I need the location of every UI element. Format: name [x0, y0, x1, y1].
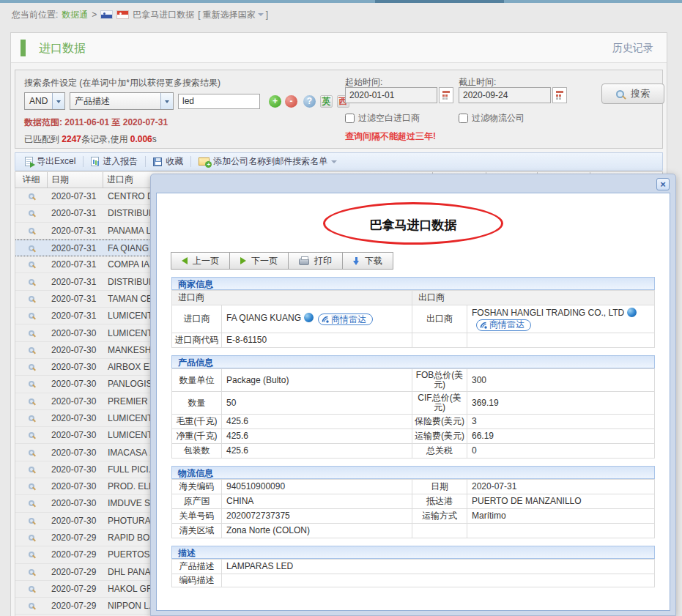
print-button[interactable]: 打印: [288, 252, 343, 270]
row-detail-cell[interactable]: [15, 552, 48, 557]
row-date-cell: 2020-07-29: [48, 549, 103, 560]
business-radar-link[interactable]: 商情雷达: [476, 319, 531, 331]
magnifier-icon[interactable]: [29, 518, 34, 524]
row-date-cell: 2020-07-30: [48, 430, 103, 440]
row-detail-cell[interactable]: [15, 569, 48, 575]
add-condition-icon[interactable]: +: [269, 95, 281, 108]
row-detail-cell[interactable]: [15, 193, 48, 199]
matched-result-line: 已匹配到 2247条记录,使用 0.006s: [24, 133, 157, 146]
field-label: CIF总价(美元): [412, 392, 467, 415]
row-detail-cell[interactable]: [15, 228, 48, 234]
filter-logistics-checkbox[interactable]: 过滤物流公司: [459, 112, 525, 125]
business-radar-link[interactable]: 商情雷达: [318, 313, 373, 325]
magnifier-icon[interactable]: [29, 210, 34, 216]
magnifier-icon[interactable]: [29, 313, 34, 319]
help-icon[interactable]: ?: [303, 95, 316, 108]
magnifier-icon[interactable]: [29, 415, 34, 421]
magnifier-icon[interactable]: [29, 450, 34, 456]
row-detail-cell[interactable]: [15, 347, 48, 353]
enter-report-button[interactable]: 进入报告: [88, 155, 141, 168]
chevron-down-icon: [160, 93, 173, 109]
end-date-input[interactable]: [459, 87, 551, 103]
magnifier-icon[interactable]: [29, 467, 34, 472]
row-detail-cell[interactable]: [15, 381, 48, 387]
favorite-button[interactable]: 收藏: [150, 155, 186, 168]
row-detail-cell[interactable]: [15, 450, 48, 456]
exporter-name: FOSHAN HANGLI TRADING CO., LTD: [472, 308, 624, 318]
magnifier-icon[interactable]: [29, 245, 34, 251]
magnifier-icon[interactable]: [29, 586, 34, 592]
magnifier-icon[interactable]: [29, 535, 34, 541]
close-icon[interactable]: ×: [656, 178, 670, 190]
magnifier-icon[interactable]: [29, 228, 34, 234]
export-excel-button[interactable]: 导出Excel: [22, 155, 78, 168]
magnifier-icon[interactable]: [29, 483, 34, 489]
row-detail-cell[interactable]: [15, 313, 48, 319]
field-value: Zona Norte (COLON): [222, 524, 412, 538]
magnifier-icon[interactable]: [29, 552, 34, 557]
row-date-cell: 2020-07-30: [48, 448, 103, 458]
row-detail-cell[interactable]: [15, 364, 48, 370]
magnifier-icon[interactable]: [29, 500, 34, 506]
row-detail-cell[interactable]: [15, 483, 48, 489]
magnifier-icon[interactable]: [29, 398, 34, 404]
row-detail-cell[interactable]: [15, 245, 48, 251]
row-detail-cell[interactable]: [15, 603, 48, 609]
remove-condition-icon[interactable]: -: [285, 95, 297, 108]
row-detail-cell[interactable]: [15, 261, 48, 267]
keyword-input[interactable]: [178, 94, 260, 109]
row-detail-cell[interactable]: [15, 586, 48, 592]
calendar-icon[interactable]: [552, 87, 567, 103]
chevron-down-icon: [258, 13, 264, 19]
search-field-select[interactable]: 产品描述: [70, 92, 174, 110]
row-detail-cell[interactable]: [15, 518, 48, 524]
search-button[interactable]: 搜索: [601, 84, 664, 104]
magnifier-icon[interactable]: [29, 347, 34, 353]
magnifier-icon[interactable]: [29, 603, 34, 609]
row-detail-cell[interactable]: [15, 432, 48, 438]
reselect-country-link[interactable]: [ 重新选择国家 ]: [198, 9, 268, 21]
modal-header[interactable]: [151, 174, 675, 192]
filter-blank-importer-checkbox[interactable]: 过滤空白进口商: [345, 112, 420, 125]
magnifier-icon[interactable]: [29, 279, 34, 285]
row-detail-cell[interactable]: [15, 279, 48, 285]
checkbox[interactable]: [459, 114, 468, 123]
checkbox[interactable]: [345, 114, 355, 123]
next-page-button[interactable]: 下一页: [229, 252, 289, 270]
field-label: 关单号码: [172, 509, 222, 524]
lang-english-button[interactable]: 英: [320, 95, 333, 108]
field-label: 出口商: [412, 305, 467, 333]
globe-icon[interactable]: [627, 308, 637, 317]
row-detail-cell[interactable]: [15, 330, 48, 336]
add-to-mail-list-button[interactable]: 添加公司名称到邮件搜索名单: [196, 155, 340, 168]
calendar-icon[interactable]: [439, 87, 453, 103]
row-detail-cell[interactable]: [15, 398, 48, 404]
row-date-cell: 2020-07-30: [48, 379, 103, 389]
magnifier-icon[interactable]: [29, 432, 34, 438]
report-icon: [91, 157, 99, 166]
detail-modal: × 巴拿马进口数据 上一页 下一页 打印 下载 商家: [150, 174, 676, 616]
row-detail-cell[interactable]: [15, 296, 48, 302]
row-detail-cell[interactable]: [15, 415, 48, 421]
history-link[interactable]: 历史记录: [612, 42, 653, 55]
magnifier-icon[interactable]: [29, 296, 34, 302]
detail-row: 产品描述LAMPARAS LED: [172, 560, 655, 574]
magnifier-icon[interactable]: [29, 261, 34, 267]
field-value: 940510900090: [222, 480, 412, 494]
prev-page-button[interactable]: 上一页: [171, 252, 230, 270]
bool-operator-select[interactable]: AND: [24, 92, 65, 110]
magnifier-icon[interactable]: [29, 193, 34, 199]
row-detail-cell[interactable]: [15, 467, 48, 472]
magnifier-icon[interactable]: [29, 381, 34, 387]
start-date-input[interactable]: [345, 87, 437, 103]
download-button[interactable]: 下载: [342, 252, 393, 270]
row-detail-cell[interactable]: [15, 535, 48, 541]
magnifier-icon[interactable]: [29, 569, 34, 575]
matched-suffix: s: [152, 134, 157, 144]
row-detail-cell[interactable]: [15, 210, 48, 216]
magnifier-icon[interactable]: [29, 364, 34, 370]
magnifier-icon[interactable]: [29, 330, 34, 336]
breadcrumb-home-link[interactable]: 数据通: [62, 9, 88, 21]
globe-icon[interactable]: [304, 313, 314, 322]
row-detail-cell[interactable]: [15, 500, 48, 506]
